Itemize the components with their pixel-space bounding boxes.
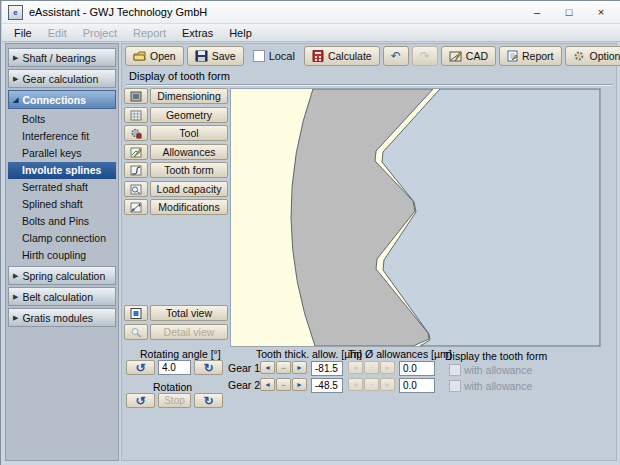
gear2-hub-profile bbox=[382, 89, 600, 346]
chevron-right-icon: ▶ bbox=[13, 54, 18, 62]
total-view-icon-button[interactable] bbox=[124, 305, 148, 321]
tooth-form-curve-icon bbox=[130, 165, 142, 176]
tip-allowances-label: Tip Ø allowances [µm] bbox=[348, 348, 452, 360]
sidebar-item-splined-shaft[interactable]: Splined shaft bbox=[8, 196, 116, 213]
tool-button[interactable]: Tool bbox=[150, 125, 228, 141]
dimensioning-button[interactable]: Dimensioning bbox=[150, 88, 228, 104]
sidebar-item-interference-fit[interactable]: Interference fit bbox=[8, 128, 116, 145]
geometry-button[interactable]: Geometry bbox=[150, 107, 228, 123]
rotation-cw-button[interactable]: ↻ bbox=[194, 393, 223, 408]
gear1-reset-button[interactable]: − bbox=[276, 361, 291, 374]
dimensioning-icon-button[interactable] bbox=[124, 88, 148, 104]
tip2-increase-button: ► bbox=[380, 378, 395, 391]
gear1-label: Gear 1 bbox=[228, 362, 260, 374]
tip1-allowance-input[interactable] bbox=[399, 361, 435, 376]
tool-icon-button[interactable] bbox=[124, 125, 148, 141]
tip2-reset-button: − bbox=[364, 378, 379, 391]
local-checkbox[interactable] bbox=[253, 50, 265, 62]
allowances-button[interactable]: Allowances bbox=[150, 144, 228, 160]
sidebar-item-hirth-coupling[interactable]: Hirth coupling bbox=[8, 247, 116, 264]
rotation-label: Rotation bbox=[153, 381, 192, 393]
modifications-button[interactable]: Modifications bbox=[150, 199, 228, 215]
sidebar-section-spring-calculation[interactable]: ▶ Spring calculation bbox=[8, 266, 116, 285]
rotate-left-step-button[interactable]: ↺ bbox=[126, 360, 155, 375]
rotate-cw-icon: ↻ bbox=[203, 362, 213, 374]
tooth-form-button[interactable]: Tooth form bbox=[150, 162, 228, 178]
undo-button[interactable]: ↶ bbox=[383, 46, 409, 66]
modifications-icon-button[interactable] bbox=[124, 199, 148, 215]
gear2-decrease-button[interactable]: ◄ bbox=[260, 378, 275, 391]
allowances-icon-button[interactable] bbox=[124, 144, 148, 160]
sidebar-section-connections[interactable]: ◢ Connections bbox=[8, 90, 116, 109]
chevron-expanded-icon: ◢ bbox=[13, 96, 18, 104]
sidebar-section-gratis-modules[interactable]: ▶ Gratis modules bbox=[8, 308, 116, 327]
tooth-form-icon-button[interactable] bbox=[124, 162, 148, 178]
rotation-ccw-button[interactable]: ↺ bbox=[126, 393, 155, 408]
gear2-label: Gear 2 bbox=[228, 379, 260, 391]
open-folder-icon bbox=[133, 50, 146, 62]
gear2-allowance-input[interactable] bbox=[311, 378, 343, 393]
chevron-right-icon: ▶ bbox=[13, 293, 18, 301]
rotate-right-step-button[interactable]: ↻ bbox=[194, 360, 223, 375]
rotate-cw-icon: ↻ bbox=[203, 395, 213, 407]
menu-extras[interactable]: Extras bbox=[174, 27, 221, 39]
with-allowance1-checkbox bbox=[449, 364, 461, 376]
menu-file[interactable]: File bbox=[6, 27, 40, 39]
load-capacity-button[interactable]: Load capacity bbox=[150, 181, 228, 197]
minimize-button[interactable]: – bbox=[524, 3, 550, 21]
gear2-increase-button[interactable]: ► bbox=[292, 378, 307, 391]
load-capacity-icon bbox=[130, 184, 142, 195]
calculator-icon bbox=[312, 50, 324, 62]
toolbar: Open Save Local Calculate ↶ ↷ CA bbox=[125, 46, 620, 66]
sidebar-section-shaft-bearings[interactable]: ▶ Shaft / bearings bbox=[8, 48, 116, 67]
menu-edit: Edit bbox=[40, 27, 75, 39]
tip2-decrease-button: ◄ bbox=[348, 378, 363, 391]
options-button[interactable]: Options bbox=[565, 46, 620, 66]
report-button[interactable]: Report bbox=[499, 46, 562, 66]
local-checkbox-group[interactable]: Local bbox=[247, 47, 301, 65]
tip1-decrease-button: ◄ bbox=[348, 361, 363, 374]
tooth-thickness-label: Tooth thick. allow. [µm] bbox=[256, 348, 362, 360]
close-button[interactable]: × bbox=[588, 3, 614, 21]
gear1-allowance-input[interactable] bbox=[311, 361, 343, 376]
chevron-right-icon: ▶ bbox=[13, 272, 18, 280]
rotate-ccw-icon: ↺ bbox=[135, 362, 145, 374]
tip2-allowance-input[interactable] bbox=[399, 378, 435, 393]
rotating-angle-label: Rotating angle [°] bbox=[140, 348, 221, 360]
sidebar-item-bolts-and-pins[interactable]: Bolts and Pins bbox=[8, 213, 116, 230]
save-button[interactable]: Save bbox=[187, 46, 244, 66]
menu-help[interactable]: Help bbox=[221, 27, 260, 39]
chevron-right-icon: ▶ bbox=[13, 314, 18, 322]
rotate-ccw-icon: ↺ bbox=[135, 395, 145, 407]
cad-button[interactable]: CAD bbox=[441, 46, 496, 66]
chevron-right-icon: ▶ bbox=[13, 75, 18, 83]
sidebar-section-belt-calculation[interactable]: ▶ Belt calculation bbox=[8, 287, 116, 306]
total-view-button[interactable]: Total view bbox=[150, 305, 228, 321]
dimensioning-icon bbox=[130, 91, 142, 102]
gear1-decrease-button[interactable]: ◄ bbox=[260, 361, 275, 374]
modifications-icon bbox=[130, 202, 142, 213]
gear1-increase-button[interactable]: ► bbox=[292, 361, 307, 374]
open-button[interactable]: Open bbox=[125, 46, 184, 66]
sidebar-item-involute-splines[interactable]: Involute splines bbox=[8, 162, 116, 179]
menu-project: Project bbox=[75, 27, 125, 39]
sidebar-item-bolts[interactable]: Bolts bbox=[8, 111, 116, 128]
sidebar-item-clamp-connection[interactable]: Clamp connection bbox=[8, 230, 116, 247]
display-tooth-form-label: Display the tooth form bbox=[445, 350, 547, 362]
maximize-button[interactable]: □ bbox=[556, 3, 582, 21]
menu-bar: File Edit Project Report Extras Help bbox=[2, 24, 620, 42]
undo-icon: ↶ bbox=[391, 50, 401, 62]
rotating-angle-input[interactable] bbox=[158, 360, 191, 375]
sidebar-item-parallel-keys[interactable]: Parallel keys bbox=[8, 145, 116, 162]
sidebar-item-serrated-shaft[interactable]: Serrated shaft bbox=[8, 179, 116, 196]
load-capacity-icon-button[interactable] bbox=[124, 181, 148, 197]
geometry-grid-icon bbox=[130, 110, 142, 121]
gear2-reset-button[interactable]: − bbox=[276, 378, 291, 391]
tool-cutter-icon bbox=[130, 128, 142, 139]
geometry-icon-button[interactable] bbox=[124, 107, 148, 123]
tooth-form-drawing bbox=[231, 89, 600, 346]
tip1-reset-button: − bbox=[364, 361, 379, 374]
calculate-button[interactable]: Calculate bbox=[304, 46, 380, 66]
menu-report: Report bbox=[125, 27, 174, 39]
sidebar-section-gear-calculation[interactable]: ▶ Gear calculation bbox=[8, 69, 116, 88]
